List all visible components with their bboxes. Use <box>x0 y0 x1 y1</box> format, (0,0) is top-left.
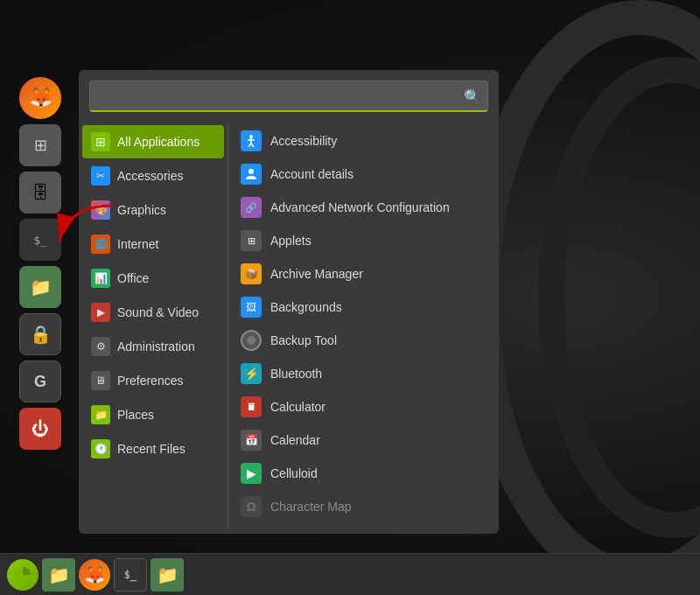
sidebar-icon-storage[interactable]: 🗄 <box>19 172 61 214</box>
search-input-wrap: 🔍 <box>89 80 488 112</box>
app-celluloid[interactable]: ▶ Celluloid <box>228 457 499 490</box>
svg-line-7 <box>251 144 254 147</box>
sidebar-icon-terminal[interactable]: $_ <box>19 219 61 261</box>
app-celluloid-label: Celluloid <box>270 466 318 480</box>
app-character-map-label: Character Map <box>270 500 352 514</box>
search-icon[interactable]: 🔍 <box>464 88 481 105</box>
sidebar-icon-power[interactable]: ⏻ <box>19 408 61 450</box>
sidebar-icon-grub[interactable]: G <box>19 360 61 402</box>
app-celluloid-icon: ▶ <box>241 463 262 484</box>
category-internet[interactable]: 🌐 Internet <box>82 228 224 261</box>
category-places[interactable]: 📁 Places <box>82 398 224 431</box>
category-sound-video-label: Sound & Video <box>117 305 199 319</box>
taskbar-firefox-button[interactable]: 🦊 <box>79 559 110 591</box>
app-applets-icon: ⊞ <box>241 230 262 251</box>
category-accessories-label: Accessories <box>117 169 183 183</box>
app-backup-tool-label: Backup Tool <box>270 333 337 347</box>
app-accessibility-label: Accessibility <box>270 134 337 148</box>
category-office[interactable]: 📊 Office <box>82 262 224 295</box>
app-accessibility[interactable]: Accessibility <box>228 124 499 158</box>
category-all-label: All Applications <box>117 135 200 149</box>
category-office-icon: 📊 <box>91 269 110 288</box>
sidebar-icon-firefox[interactable]: 🦊 <box>19 77 61 119</box>
app-account-label: Account details <box>270 167 354 181</box>
category-administration-icon: ⚙ <box>91 337 110 356</box>
app-archive-manager[interactable]: 📦 Archive Manager <box>228 257 499 290</box>
app-accessibility-icon <box>241 130 262 151</box>
app-calculator[interactable]: 🖩 Calculator <box>228 390 499 424</box>
app-backgrounds-icon: 🖼 <box>241 297 262 318</box>
taskbar-files2-button[interactable]: 📁 <box>150 558 184 592</box>
category-places-label: Places <box>117 408 154 422</box>
category-preferences-icon: 🖥 <box>91 371 110 390</box>
category-administration-label: Administration <box>117 340 195 354</box>
category-graphics[interactable]: 🎨 Graphics <box>82 193 224 227</box>
taskbar-files-button[interactable]: 📁 <box>42 558 75 592</box>
categories-panel: ⊞ All Applications ✂ Accessories 🎨 Graph… <box>79 119 228 534</box>
category-accessories-icon: ✂ <box>91 166 110 186</box>
category-all-icon: ⊞ <box>91 132 110 151</box>
app-network-config-icon: 🔗 <box>241 197 262 218</box>
category-office-label: Office <box>117 271 149 285</box>
category-preferences[interactable]: 🖥 Preferences <box>82 364 224 397</box>
category-administration[interactable]: ⚙ Administration <box>82 330 224 363</box>
svg-point-3 <box>249 135 253 138</box>
category-all[interactable]: ⊞ All Applications <box>82 125 224 158</box>
sidebar-icon-apps[interactable]: ⊞ <box>19 124 61 166</box>
category-sound-video[interactable]: ▶ Sound & Video <box>82 296 224 329</box>
app-calendar-label: Calendar <box>270 433 320 447</box>
category-recent-files[interactable]: 🕐 Recent Files <box>82 432 224 466</box>
category-recent-files-icon: 🕐 <box>91 439 110 458</box>
app-backup-tool-icon <box>241 330 262 351</box>
taskbar: 📁 🦊 $_ 📁 <box>0 553 700 595</box>
category-internet-icon: 🌐 <box>91 234 110 254</box>
category-sound-video-icon: ▶ <box>91 303 110 322</box>
app-calendar[interactable]: 📅 Calendar <box>228 424 499 457</box>
menu-content: ⊞ All Applications ✂ Accessories 🎨 Graph… <box>79 119 499 534</box>
app-bluetooth-icon: ⚡ <box>241 363 262 384</box>
category-accessories[interactable]: ✂ Accessories <box>82 159 224 192</box>
app-applets-label: Applets <box>270 234 312 248</box>
svg-point-8 <box>248 169 254 174</box>
app-character-map[interactable]: Ω Character Map <box>228 490 499 523</box>
sidebar: 🦊 ⊞ 🗄 $_ 📁 🔒 G ⏻ <box>9 70 72 547</box>
app-calculator-icon: 🖩 <box>241 396 262 417</box>
category-places-icon: 📁 <box>91 405 110 424</box>
app-backup-tool[interactable]: Backup Tool <box>228 324 499 357</box>
app-network-config-label: Advanced Network Configuration <box>270 200 450 214</box>
menu-panel: 🔍 ⊞ All Applications ✂ Accessories 🎨 Gra… <box>79 70 499 534</box>
sidebar-icon-files[interactable]: 📁 <box>19 266 61 308</box>
apps-list: Accessibility Account details 🔗 Advanced… <box>228 119 499 534</box>
sidebar-icon-lock[interactable]: 🔒 <box>19 313 61 355</box>
app-archive-manager-icon: 📦 <box>241 263 262 284</box>
search-bar: 🔍 <box>79 70 499 119</box>
category-recent-files-label: Recent Files <box>117 442 186 456</box>
category-graphics-label: Graphics <box>117 203 166 217</box>
category-graphics-icon: 🎨 <box>91 200 110 220</box>
app-network-config[interactable]: 🔗 Advanced Network Configuration <box>228 191 499 224</box>
taskbar-mint-button[interactable] <box>7 559 38 591</box>
app-archive-manager-label: Archive Manager <box>270 267 363 281</box>
app-account-icon <box>241 164 262 185</box>
app-calendar-icon: 📅 <box>241 430 262 451</box>
app-backgrounds-label: Backgrounds <box>270 300 342 314</box>
search-input[interactable] <box>89 80 488 112</box>
app-calculator-label: Calculator <box>270 400 326 414</box>
category-internet-label: Internet <box>117 237 158 251</box>
app-applets[interactable]: ⊞ Applets <box>228 224 499 257</box>
app-bluetooth-label: Bluetooth <box>270 367 322 381</box>
app-account[interactable]: Account details <box>228 158 499 191</box>
taskbar-terminal-button[interactable]: $_ <box>114 558 147 592</box>
app-backgrounds[interactable]: 🖼 Backgrounds <box>228 290 499 324</box>
app-character-map-icon: Ω <box>241 496 262 517</box>
app-bluetooth[interactable]: ⚡ Bluetooth <box>228 357 499 390</box>
category-preferences-label: Preferences <box>117 374 183 388</box>
